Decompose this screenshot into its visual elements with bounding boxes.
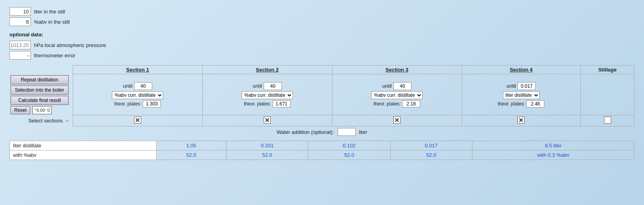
section2-checkbox[interactable] [264, 117, 271, 124]
section3-header: Section 3 [385, 67, 408, 73]
abv-label: %abv in the still [34, 19, 70, 25]
section1-until-label: until [123, 83, 132, 89]
thermo-label: thermometer error [34, 53, 76, 58]
section1-header: Section 1 [126, 67, 149, 73]
result-val-liter-s3: 0.102 [308, 141, 390, 150]
abv-input[interactable] [9, 17, 31, 26]
section1-dropdown[interactable]: %abv curr. distillateliter distillate [112, 91, 163, 99]
section3-checkbox-cell [332, 115, 462, 126]
result-val-liter-stillage: 8.5 liter [472, 141, 634, 150]
liter-row: liter in the still [9, 7, 635, 16]
result-row-liter: liter distillate 1.05 0.331 0.102 0.017 … [10, 141, 635, 150]
section3-until-input[interactable] [393, 82, 412, 90]
result-val-liter-s2: 0.331 [226, 141, 308, 150]
stillage-label: Stillage [598, 67, 616, 73]
section4-checkbox[interactable] [517, 117, 525, 124]
main-table: Section 1 Section 2 Section 3 Section 4 … [9, 65, 635, 137]
result-val-abv-s2: 52.0 [226, 150, 308, 160]
section2-header: Section 2 [256, 67, 279, 73]
section2-dropdown[interactable]: %abv curr. distillateliter distillate [242, 91, 293, 99]
optional-label: optional data: [9, 32, 635, 38]
water-label: Water addition (optional): [277, 129, 334, 135]
section1-until-row: until [76, 82, 200, 90]
liter-label: liter in the still [34, 9, 65, 15]
section3-dropdown[interactable]: %abv curr. distillateliter distillate [371, 91, 423, 99]
section1-until-input[interactable] [134, 82, 152, 90]
abv-row: %abv in the still [9, 17, 635, 26]
section4-checkbox-cell [462, 115, 581, 126]
zero2-icon: 0 [47, 108, 50, 113]
optional-inputs: hPa local atmospheric pressure thermomet… [9, 41, 635, 60]
section2-until-label: until [253, 83, 262, 89]
thermo-input[interactable] [9, 51, 31, 60]
result-label-liter: liter distillate [10, 141, 157, 150]
section3-plates-input[interactable] [402, 100, 420, 107]
calculate-final-result-button[interactable]: Calculate final result [10, 96, 69, 105]
stillage-checkbox-cell [581, 115, 635, 126]
result-val-liter-s4: 0.017 [390, 141, 472, 150]
section4-dropdown[interactable]: liter distillateliter distillate [503, 91, 540, 99]
water-input[interactable] [338, 128, 356, 136]
section1-plates-input[interactable] [143, 100, 161, 107]
section2-plates-input[interactable] [272, 100, 291, 107]
pressure-row: hPa local atmospheric pressure [9, 41, 635, 49]
section2-checkbox-cell [202, 115, 332, 126]
top-inputs-section: liter in the still %abv in the still [9, 7, 635, 26]
reset-button[interactable]: Reset [10, 106, 30, 115]
repeat-distillation-button[interactable]: Repeat distillation [10, 75, 69, 85]
section4-plates-row: theor. plates: [465, 100, 578, 107]
double-zero-icon: 00 [40, 108, 45, 113]
section1-checkbox-cell [73, 115, 202, 126]
pressure-input[interactable] [9, 41, 31, 49]
section1-plates-row: theor. plates: [76, 100, 200, 107]
result-val-abv-s4: 52.0 [390, 150, 472, 160]
stillage-checkbox[interactable] [604, 117, 611, 124]
section3-plates-row: theor. plates: [335, 100, 459, 107]
section2-until-input[interactable] [264, 82, 282, 90]
section4-until-label: until [506, 83, 516, 89]
result-row-abv: with %abv 52.0 52.0 52.0 52.0 with 0.3 %… [10, 150, 635, 160]
result-val-abv-s1: 52.0 [156, 150, 226, 160]
section4-until-input[interactable] [517, 82, 536, 90]
reset-plus-row: Reset ⁺0.00⁻0 [10, 106, 72, 115]
thermo-row: thermometer error [9, 51, 635, 60]
water-unit: liter [359, 129, 367, 135]
result-val-abv-stillage: with 0.3 %abv [472, 150, 634, 160]
section3-until-row: until [335, 82, 459, 90]
result-val-liter-s1: 1.05 [156, 141, 226, 150]
section4-until-row: until [465, 82, 578, 90]
section2-until-row: until [205, 82, 330, 90]
liter-input[interactable] [9, 7, 31, 16]
section4-plates-input[interactable] [526, 100, 544, 107]
section2-plates-row: theor. plates: [205, 100, 330, 107]
plus-minus-box[interactable]: ⁺0.00⁻0 [32, 106, 52, 115]
result-val-abv-s3: 52.0 [308, 150, 390, 160]
section1-checkbox[interactable] [134, 117, 141, 124]
select-sections-label: Select sections [28, 118, 62, 124]
section3-checkbox[interactable] [393, 117, 400, 124]
result-label-abv: with %abv [10, 150, 157, 160]
results-table: liter distillate 1.05 0.331 0.102 0.017 … [9, 141, 635, 160]
pressure-label: hPa local atmospheric pressure [34, 42, 106, 48]
selection-into-boiler-button[interactable]: Selection into the boiler [10, 85, 69, 95]
main-table-wrapper: Section 1 Section 2 Section 3 Section 4 … [9, 65, 635, 160]
section4-header: Section 4 [510, 67, 533, 73]
section3-until-label: until [382, 83, 392, 89]
select-sections-arrow: → [64, 118, 70, 124]
